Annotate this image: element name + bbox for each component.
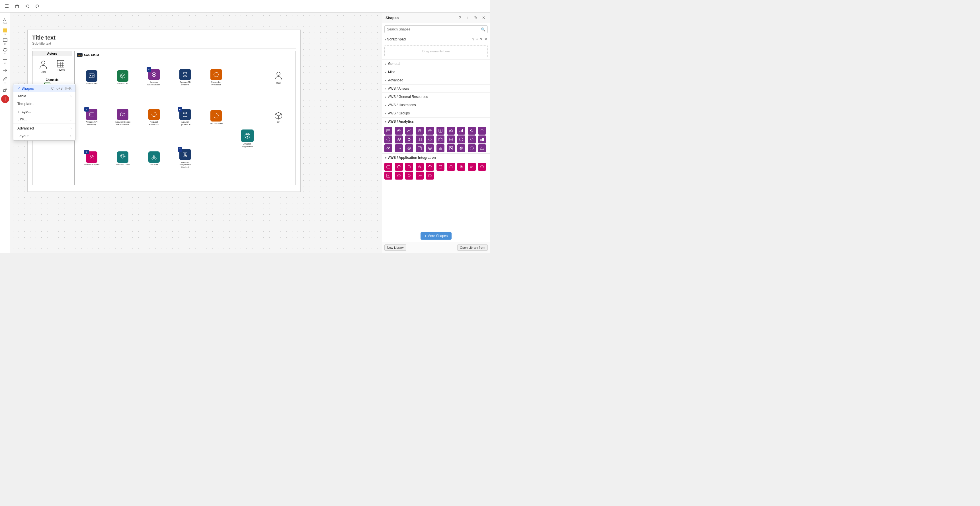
aws-groups-section[interactable]: ▸ AWS / Groups bbox=[382, 109, 490, 117]
analytics-icon-16[interactable] bbox=[436, 135, 444, 143]
sticky-tool[interactable]: S bbox=[1, 27, 10, 36]
table-menu-item[interactable]: Table › bbox=[13, 92, 75, 100]
app-icon-2[interactable] bbox=[395, 163, 403, 171]
scratchpad-help-icon[interactable]: ? bbox=[473, 37, 474, 41]
subscriber-processor-node[interactable]: Subscriber Processor bbox=[202, 58, 231, 97]
analytics-icon-14[interactable] bbox=[416, 135, 424, 143]
analytics-icon-19[interactable] bbox=[468, 135, 476, 143]
analytics-icon-28[interactable] bbox=[457, 144, 465, 152]
scratchpad-edit-icon[interactable]: ✎ bbox=[480, 37, 483, 41]
app-icon-8[interactable] bbox=[457, 163, 465, 171]
amazon-s3-node[interactable]: Amazon S3 bbox=[108, 58, 137, 97]
app-icon-15[interactable] bbox=[426, 171, 434, 179]
analytics-icon-12[interactable] bbox=[395, 135, 403, 143]
advanced-section[interactable]: ▸ Advanced bbox=[382, 76, 490, 84]
amazon-api-gateway-node[interactable]: 4 Amazon API Gateway bbox=[77, 98, 106, 136]
analytics-icon-25[interactable] bbox=[426, 144, 434, 152]
erl-function-node[interactable]: ERL Function bbox=[202, 98, 231, 136]
amazon-kinesis-node[interactable]: Amazon Kinesis Data Streams bbox=[108, 98, 137, 136]
analytics-icon-7[interactable] bbox=[447, 127, 455, 135]
shapes-menu-item[interactable]: ✓Shapes Cmd+Shift+K bbox=[13, 84, 75, 92]
analytics-icon-4[interactable] bbox=[416, 127, 424, 135]
iot-core-node[interactable]: AWS IoT Core bbox=[108, 138, 137, 179]
app-icon-13[interactable] bbox=[405, 171, 413, 179]
aws-app-integration-header[interactable]: ▾ AWS / Application Integration bbox=[382, 154, 490, 162]
analytics-icon-29[interactable] bbox=[468, 144, 476, 152]
general-section[interactable]: ▸ General bbox=[382, 60, 490, 68]
search-shapes-input[interactable] bbox=[384, 25, 488, 33]
plugin-tool[interactable] bbox=[1, 86, 10, 94]
shapes-help-btn[interactable]: ? bbox=[457, 15, 463, 21]
app-icon-12[interactable] bbox=[395, 171, 403, 179]
analytics-icon-24[interactable] bbox=[416, 144, 424, 152]
arrow-tool[interactable] bbox=[1, 66, 10, 75]
amazon-elasticsearch-node[interactable]: 5 Amazon ElasticSearch bbox=[139, 58, 169, 97]
analytics-icon-30[interactable] bbox=[478, 144, 486, 152]
link-menu-item[interactable]: Link... L bbox=[13, 115, 75, 123]
analytics-icon-27[interactable] bbox=[447, 144, 455, 152]
iot-rule-node[interactable]: IoT Rule bbox=[139, 138, 169, 179]
analytics-icon-6[interactable] bbox=[436, 127, 444, 135]
open-library-button[interactable]: Open Library from bbox=[457, 244, 488, 251]
text-tool[interactable]: A Text bbox=[1, 15, 10, 26]
scratchpad-header[interactable]: ▾ Scratchpad ? + ✎ ✕ bbox=[382, 36, 490, 43]
dynamodb-streams-node[interactable]: DynamoDB Streams bbox=[170, 58, 200, 97]
analytics-icon-8[interactable] bbox=[457, 127, 465, 135]
shapes-close-btn[interactable]: ✕ bbox=[481, 15, 487, 21]
aws-arrows-section[interactable]: ▸ AWS / Arrows bbox=[382, 84, 490, 93]
app-icon-3[interactable] bbox=[405, 163, 413, 171]
pencil-tool[interactable]: X bbox=[1, 76, 10, 84]
app-icon-11[interactable] bbox=[384, 171, 392, 179]
add-tool[interactable] bbox=[1, 95, 9, 103]
amazon-comprehend-node[interactable]: 7 Amazon Comprehend Medical bbox=[170, 138, 200, 179]
analytics-icon-22[interactable] bbox=[395, 144, 403, 152]
analytics-icon-20[interactable] bbox=[478, 135, 486, 143]
image-menu-item[interactable]: Image... bbox=[13, 108, 75, 115]
analytics-icon-17[interactable] bbox=[447, 135, 455, 143]
analytics-icon-13[interactable] bbox=[405, 135, 413, 143]
redo-button[interactable] bbox=[33, 2, 42, 11]
app-icon-1[interactable] bbox=[384, 163, 392, 171]
analytics-icon-21[interactable] bbox=[384, 144, 392, 152]
delete-button[interactable] bbox=[13, 2, 22, 11]
misc-section[interactable]: ▸ Misc bbox=[382, 68, 490, 76]
analytics-icon-23[interactable] bbox=[405, 144, 413, 152]
scratchpad-close-icon[interactable]: ✕ bbox=[484, 37, 487, 41]
app-icon-5[interactable] bbox=[426, 163, 434, 171]
layout-menu-item[interactable]: Layout › bbox=[13, 132, 75, 140]
undo-button[interactable] bbox=[23, 2, 32, 11]
shapes-edit-btn[interactable]: ✎ bbox=[473, 15, 479, 21]
amazon-lex-node[interactable]: Amazon Lex bbox=[77, 58, 106, 97]
analytics-icon-18[interactable] bbox=[457, 135, 465, 143]
advanced-menu-item[interactable]: Advanced › bbox=[13, 124, 75, 132]
app-icon-4[interactable] bbox=[416, 163, 424, 171]
app-icon-6[interactable] bbox=[436, 163, 444, 171]
analytics-icon-26[interactable] bbox=[436, 144, 444, 152]
analytics-icon-1[interactable] bbox=[384, 127, 392, 135]
amazon-sagemaker-node[interactable]: Amazon SageMaker bbox=[232, 130, 262, 148]
analytics-icon-2[interactable] bbox=[395, 127, 403, 135]
menu-button[interactable]: ☰ bbox=[2, 2, 11, 11]
line-tool[interactable]: C bbox=[1, 56, 10, 65]
shapes-add-btn[interactable]: + bbox=[465, 15, 471, 21]
analytics-icon-10[interactable] bbox=[478, 127, 486, 135]
amazon-cognito-node[interactable]: 2 Amazon Cognito bbox=[77, 138, 106, 179]
app-icon-7[interactable] bbox=[447, 163, 455, 171]
app-icon-10[interactable] bbox=[478, 163, 486, 171]
rectangle-tool[interactable]: D bbox=[1, 37, 10, 46]
aws-general-section[interactable]: ▸ AWS / General Resources bbox=[382, 93, 490, 101]
scratchpad-add-icon[interactable]: + bbox=[476, 37, 478, 41]
app-icon-9[interactable] bbox=[468, 163, 476, 171]
analytics-icon-15[interactable] bbox=[426, 135, 434, 143]
aws-analytics-header[interactable]: ▾ AWS / Analytics bbox=[382, 117, 490, 125]
app-icon-14[interactable] bbox=[416, 171, 424, 179]
new-library-button[interactable]: New Library bbox=[384, 244, 406, 251]
analytics-icon-11[interactable] bbox=[384, 135, 392, 143]
analytics-icon-3[interactable] bbox=[405, 127, 413, 135]
analytics-icon-5[interactable] bbox=[426, 127, 434, 135]
aws-illustrations-section[interactable]: ▸ AWS / Illustrations bbox=[382, 101, 490, 109]
analytics-icon-9[interactable] bbox=[468, 127, 476, 135]
template-menu-item[interactable]: Template... bbox=[13, 100, 75, 108]
more-shapes-button[interactable]: + More Shapes bbox=[420, 232, 452, 240]
request-processor-node[interactable]: Request Processor bbox=[139, 98, 169, 136]
